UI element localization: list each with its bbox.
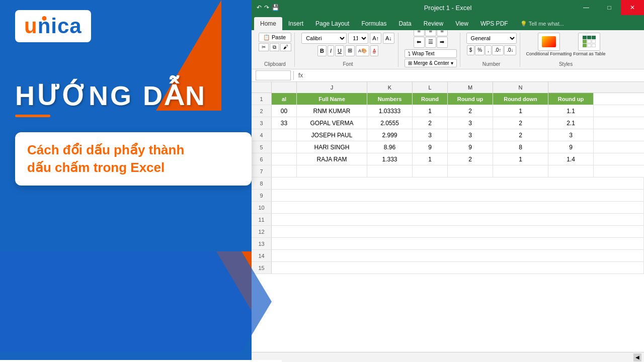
empty-cell[interactable] — [448, 165, 493, 177]
empty-cell[interactable] — [272, 202, 644, 213]
cell-r4-roundup[interactable]: 9 — [448, 141, 493, 153]
empty-cell[interactable] — [272, 226, 644, 237]
tab-tell-me[interactable]: 💡 Tell me what... — [514, 17, 570, 30]
subtitle-box: Cách đổi dấu phẩy thành dấu chấm trong E… — [15, 132, 252, 186]
maximize-button[interactable]: □ — [598, 0, 621, 15]
cell-r3-round[interactable]: 3 — [413, 129, 448, 141]
cell-r3-roundup[interactable]: 3 — [448, 129, 493, 141]
col-header-l[interactable]: L — [413, 82, 448, 93]
align-left-button[interactable]: ⬅ — [414, 37, 425, 48]
cell-r1-roundup[interactable]: 2 — [448, 105, 493, 117]
align-center-button[interactable]: ☰ — [425, 37, 436, 48]
empty-cell[interactable] — [493, 165, 548, 177]
col-header-m[interactable]: M — [448, 82, 493, 93]
cell-r1-rounddown[interactable]: 1 — [493, 105, 548, 117]
cell-r4-name[interactable]: HARI SINGH — [297, 141, 367, 153]
empty-cell[interactable] — [548, 165, 594, 177]
col-header-n[interactable]: N — [493, 82, 548, 93]
border-button[interactable]: ⊞ — [345, 45, 355, 56]
logo-container: unica — [15, 10, 91, 42]
empty-cell[interactable] — [297, 165, 367, 177]
empty-cell[interactable] — [413, 165, 448, 177]
percent-button[interactable]: % — [475, 45, 485, 55]
cell-roundup-header[interactable]: Round up — [448, 93, 493, 105]
bold-button[interactable]: B — [317, 45, 327, 56]
currency-button[interactable]: $ — [467, 45, 475, 55]
empty-cell[interactable] — [272, 238, 644, 249]
cell-r2-round[interactable]: 2 — [413, 117, 448, 129]
increase-decimal-button[interactable]: .0↑ — [492, 45, 504, 55]
fill-color-button[interactable]: A🎨 — [356, 45, 369, 56]
underline-button[interactable]: U — [335, 45, 344, 56]
cell-r5-roundup[interactable]: 2 — [448, 153, 493, 165]
font-color-button[interactable]: A̲ — [370, 45, 378, 56]
heading-underline — [15, 115, 50, 117]
styles-group: Conditional Formatting Format as Table — [523, 33, 609, 67]
tab-page-layout[interactable]: Page Layout — [309, 17, 355, 30]
cell-r5-round[interactable]: 1 — [413, 153, 448, 165]
close-button[interactable]: ✕ — [621, 0, 644, 15]
comma-button[interactable]: , — [485, 45, 492, 55]
cell-r4-numbers[interactable]: 8.96 — [367, 141, 413, 153]
cell-r2-roundup[interactable]: 3 — [448, 117, 493, 129]
cell-r5-numbers[interactable]: 1.333 — [367, 153, 413, 165]
tab-insert[interactable]: Insert — [282, 17, 309, 30]
empty-cell[interactable] — [272, 250, 644, 261]
tab-view[interactable]: View — [449, 17, 474, 30]
format-painter-button[interactable]: 🖌 — [280, 43, 291, 51]
tab-data[interactable]: Data — [392, 17, 417, 30]
cell-r1-roundup2[interactable]: 1.1 — [548, 105, 594, 117]
align-top-center-button[interactable]: ≡ — [425, 30, 436, 36]
empty-cell[interactable] — [272, 190, 644, 201]
cell-r3-rounddown[interactable]: 2 — [493, 129, 548, 141]
cell-r4-round[interactable]: 9 — [413, 141, 448, 153]
align-right-button[interactable]: ➡ — [437, 37, 448, 48]
col-header-j[interactable]: J — [297, 82, 367, 93]
window-controls: — □ ✕ — [575, 0, 644, 15]
cell-r4-rounddown[interactable]: 8 — [493, 141, 548, 153]
empty-cell[interactable] — [367, 165, 413, 177]
cell-r2-numbers[interactable]: 2.0555 — [367, 117, 413, 129]
cell-r5-rounddown[interactable]: 1 — [493, 153, 548, 165]
cell-round-header[interactable]: Round — [413, 93, 448, 105]
empty-cell[interactable] — [272, 177, 644, 189]
format-table-icon[interactable] — [578, 33, 600, 51]
cell-r3-name[interactable]: JOSEPH PAUL — [297, 129, 367, 141]
cell-r3-numbers[interactable]: 2.999 — [367, 129, 413, 141]
empty-cell[interactable] — [272, 262, 644, 274]
empty-cell[interactable] — [272, 214, 644, 225]
cell-r4-roundup2[interactable]: 9 — [548, 141, 594, 153]
scroll-left-button[interactable]: ◀ — [633, 353, 641, 361]
cell-roundup2-header[interactable]: Round up — [548, 93, 594, 105]
cell-numbers-header[interactable]: Numbers — [367, 93, 413, 105]
font-size-select[interactable]: 11 — [348, 33, 368, 44]
font-name-select[interactable]: Calibri — [301, 33, 347, 44]
cell-r5-roundup2[interactable]: 1.4 — [548, 153, 594, 165]
tab-formulas[interactable]: Formulas — [355, 17, 392, 30]
conditional-formatting-icon[interactable] — [538, 33, 560, 51]
font-shrink-button[interactable]: A↓ — [383, 33, 394, 44]
number-format-select[interactable]: General — [466, 33, 517, 44]
cell-r1-name[interactable]: RNM KUMAR — [297, 105, 367, 117]
cell-r2-roundup2[interactable]: 2.1 — [548, 117, 594, 129]
cell-r2-name[interactable]: GOPAL VERMA — [297, 117, 367, 129]
cell-r3-roundup2[interactable]: 3 — [548, 129, 594, 141]
cell-r1-round[interactable]: 1 — [413, 105, 448, 117]
align-top-right-button[interactable]: ≡ — [437, 30, 448, 36]
align-top-left-button[interactable]: ≡ — [414, 30, 425, 36]
tab-review[interactable]: Review — [418, 17, 449, 30]
decrease-decimal-button[interactable]: .0↓ — [504, 45, 516, 55]
cell-rounddown-header[interactable]: Round down — [493, 93, 548, 105]
minimize-button[interactable]: — — [575, 0, 598, 15]
cell-r5-name[interactable]: RAJA RAM — [297, 153, 367, 165]
cell-r1-numbers[interactable]: 1.03333 — [367, 105, 413, 117]
cell-r2-rounddown[interactable]: 2 — [493, 117, 548, 129]
col-header-k[interactable]: K — [367, 82, 413, 93]
formula-input[interactable] — [307, 70, 640, 80]
wrap-text-button[interactable]: ⤵ Wrap Text — [405, 49, 457, 58]
tab-wps-pdf[interactable]: WPS PDF — [474, 17, 514, 30]
merge-center-button[interactable]: ⊞ Merge & Center ▾ — [405, 59, 457, 67]
cell-fullname-header[interactable]: Full Name — [297, 93, 367, 105]
italic-button[interactable]: I — [328, 45, 334, 56]
font-grow-button[interactable]: A↑ — [370, 33, 381, 44]
